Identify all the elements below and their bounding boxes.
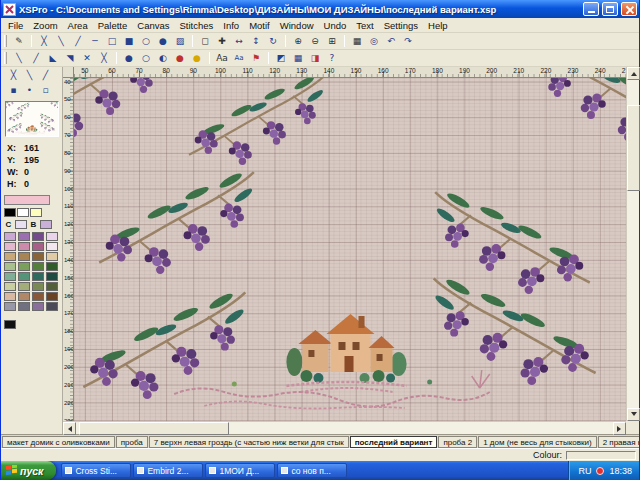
taskbar-task-button[interactable]: со нов п... <box>277 463 347 478</box>
scroll-left-button[interactable] <box>63 422 76 435</box>
redo-button[interactable]: ↷ <box>400 34 416 49</box>
palette-colour-swatch[interactable] <box>4 282 16 291</box>
palette-colour-swatch[interactable] <box>32 272 44 281</box>
palette-colour-swatch[interactable] <box>46 262 58 271</box>
taskbar-task-button[interactable]: Embird 2... <box>133 463 203 478</box>
mirror-vertical-tool[interactable]: ↕ <box>248 34 264 49</box>
three-quarter-stitch-tool[interactable]: ◥ <box>62 51 78 66</box>
menu-undo[interactable]: Undo <box>319 19 352 32</box>
menu-canvas[interactable]: Canvas <box>132 19 174 32</box>
menu-area[interactable]: Area <box>63 19 93 32</box>
palette-colour-swatch[interactable] <box>18 232 30 241</box>
menu-zoom[interactable]: Zoom <box>28 19 62 32</box>
flag-motif-tool[interactable]: ⚑ <box>248 51 264 66</box>
palette-colour-swatch[interactable] <box>46 252 58 261</box>
pattern-tab[interactable]: последний вариант <box>350 436 438 448</box>
menu-motif[interactable]: Motif <box>244 19 275 32</box>
palette-colour-swatch[interactable] <box>18 262 30 271</box>
palette-colour-swatch[interactable] <box>32 242 44 251</box>
minimize-button[interactable] <box>583 2 599 16</box>
undo-button[interactable]: ↶ <box>383 34 399 49</box>
quick-colour-swatch[interactable] <box>4 208 16 217</box>
pattern-tab[interactable]: 7 верхн левая гроздь (с частью ниж ветки… <box>149 436 349 448</box>
palette-colour-swatch[interactable] <box>46 282 58 291</box>
palette-colour-swatch[interactable] <box>4 252 16 261</box>
horizontal-scroll-thumb[interactable] <box>79 422 229 435</box>
text-tool[interactable]: Aa <box>214 51 230 66</box>
back-stitch-tool[interactable]: ╱ <box>70 34 86 49</box>
red-colour-tool[interactable]: ● <box>172 51 188 66</box>
menu-help[interactable]: Help <box>423 19 453 32</box>
side-bead[interactable]: ▫ <box>38 83 54 98</box>
palette-swap-tool[interactable]: ◨ <box>307 51 323 66</box>
close-button[interactable] <box>621 2 637 16</box>
palette-colour-swatch[interactable] <box>32 302 44 311</box>
palette-colour-swatch[interactable] <box>4 242 16 251</box>
french-knot-tool[interactable]: ● <box>121 51 137 66</box>
menu-palette[interactable]: Palette <box>93 19 133 32</box>
toolbar-grip[interactable] <box>4 52 7 64</box>
palette-colour-swatch[interactable] <box>4 232 16 241</box>
clock[interactable]: 18:38 <box>609 466 632 476</box>
petite-stitch-tool[interactable]: ✕ <box>79 51 95 66</box>
palette-colour-swatch[interactable] <box>46 242 58 251</box>
palette-colour-swatch[interactable] <box>32 252 44 261</box>
palette-colour-swatch[interactable] <box>46 232 58 241</box>
fill-tool[interactable]: ▨ <box>172 34 188 49</box>
palette-colour-swatch[interactable] <box>18 272 30 281</box>
quarter-stitch-tool[interactable]: ◣ <box>45 51 61 66</box>
side-petite-stitch[interactable]: ▪ <box>6 83 22 98</box>
palette-colour-swatch[interactable] <box>18 282 30 291</box>
zoom-in-tool[interactable]: ⊕ <box>290 34 306 49</box>
ellipse-outline-tool[interactable]: ○ <box>138 34 154 49</box>
palette-colour-swatch[interactable] <box>32 262 44 271</box>
select-tool[interactable]: ◻ <box>197 34 213 49</box>
palette-colour-swatch[interactable] <box>18 302 30 311</box>
palette-colour-swatch[interactable] <box>4 272 16 281</box>
vertical-scroll-thumb[interactable] <box>627 105 640 191</box>
palette-colour-swatch[interactable] <box>18 252 30 261</box>
pattern-tab[interactable]: проба <box>116 436 148 448</box>
pattern-tab[interactable]: макет домик с оливковками <box>2 436 115 448</box>
pattern-tab[interactable]: проба 2 <box>438 436 477 448</box>
scroll-down-button[interactable] <box>627 408 640 421</box>
menu-stitches[interactable]: Stitches <box>174 19 218 32</box>
rect-outline-tool[interactable]: □ <box>104 34 120 49</box>
palette-colour-swatch[interactable] <box>46 292 58 301</box>
palette-label-swatch[interactable] <box>15 220 27 229</box>
horizontal-scrollbar[interactable] <box>63 421 626 434</box>
side-quarter-stitch[interactable]: ╱ <box>38 68 54 83</box>
palette-colour-swatch[interactable] <box>4 292 16 301</box>
half-stitch-tool[interactable]: ╲ <box>53 34 69 49</box>
quick-colour-swatch[interactable] <box>17 208 29 217</box>
full-stitch-tool[interactable]: ╳ <box>36 34 52 49</box>
side-french-knot[interactable]: • <box>22 83 38 98</box>
menu-window[interactable]: Window <box>275 19 319 32</box>
palette-colour-swatch[interactable] <box>4 302 16 311</box>
palette-colour-swatch[interactable] <box>46 302 58 311</box>
half-bottom-stitch-tool[interactable]: ╱ <box>28 51 44 66</box>
mirror-horizontal-tool[interactable]: ↔ <box>231 34 247 49</box>
bead-tool[interactable]: ○ <box>138 51 154 66</box>
language-indicator[interactable]: RU <box>578 466 591 476</box>
rotate-tool[interactable]: ↻ <box>265 34 281 49</box>
scroll-right-button[interactable] <box>613 422 626 435</box>
scroll-up-button[interactable] <box>627 67 640 80</box>
palette-footer-swatch[interactable] <box>4 320 16 329</box>
center-view-tool[interactable]: ◎ <box>366 34 382 49</box>
vertical-scrollbar[interactable] <box>626 67 639 421</box>
palette-colour-swatch[interactable] <box>32 232 44 241</box>
side-full-stitch[interactable]: ╳ <box>6 68 22 83</box>
menu-text[interactable]: Text <box>351 19 378 32</box>
grid-toggle[interactable]: ▦ <box>349 34 365 49</box>
text-small-tool[interactable]: Aa <box>231 51 247 66</box>
zoom-out-tool[interactable]: ⊖ <box>307 34 323 49</box>
side-half-stitch[interactable]: ╲ <box>22 68 38 83</box>
toolbar-grip[interactable] <box>4 35 7 47</box>
palette-colour-swatch[interactable] <box>18 242 30 251</box>
palette-colour-swatch[interactable] <box>4 262 16 271</box>
palette-colour-swatch[interactable] <box>32 282 44 291</box>
pattern-tab[interactable]: 1 дом (не весь для стыковки) <box>478 436 597 448</box>
tray-app-icon[interactable] <box>596 467 604 475</box>
zoom-fit-tool[interactable]: ⊞ <box>324 34 340 49</box>
